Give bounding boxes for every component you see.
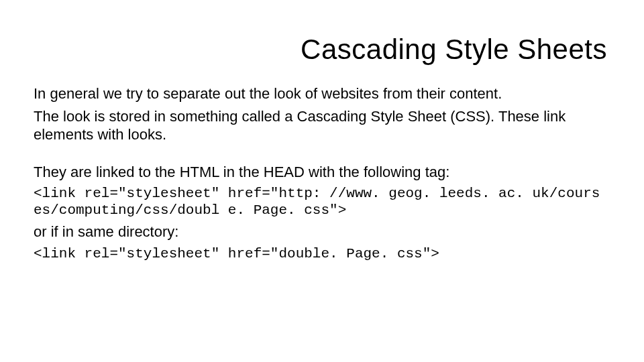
paragraph-link-intro: They are linked to the HTML in the HEAD … [34, 163, 607, 182]
paragraph-intro-1: In general we try to separate out the lo… [34, 84, 607, 103]
slide: Cascading Style Sheets In general we try… [0, 0, 644, 362]
paragraph-intro-2: The look is stored in something called a… [34, 107, 607, 144]
slide-title: Cascading Style Sheets [34, 34, 607, 66]
code-link-relative: <link rel="stylesheet" href="double. Pag… [34, 245, 607, 262]
paragraph-same-dir: or if in same directory: [34, 223, 607, 241]
code-link-full: <link rel="stylesheet" href="http: //www… [34, 185, 607, 219]
slide-body: In general we try to separate out the lo… [34, 84, 607, 262]
